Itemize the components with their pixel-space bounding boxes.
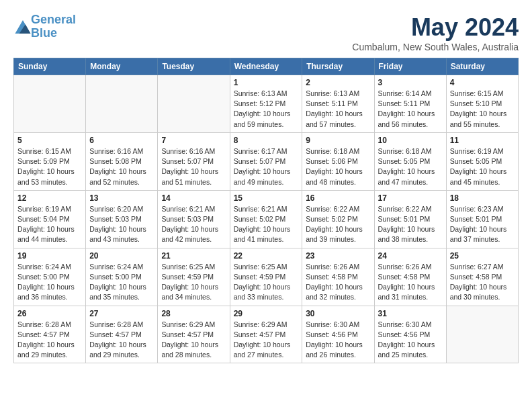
day-info: Sunrise: 6:27 AM Sunset: 4:58 PM Dayligh… [450,262,515,303]
day-number: 16 [306,193,370,203]
calendar-cell: 7Sunrise: 6:16 AM Sunset: 5:07 PM Daylig… [158,132,230,190]
calendar-table: Sunday Monday Tuesday Wednesday Thursday… [13,58,519,363]
logo-text: General Blue [31,13,76,40]
week-row-1: 1Sunrise: 6:13 AM Sunset: 5:12 PM Daylig… [14,75,519,133]
logo: General Blue [13,13,76,40]
header-sunday: Sunday [14,58,86,75]
day-number: 23 [306,251,370,261]
day-info: Sunrise: 6:17 AM Sunset: 5:07 PM Dayligh… [234,146,299,187]
header-saturday: Saturday [446,58,518,75]
day-info: Sunrise: 6:22 AM Sunset: 5:02 PM Dayligh… [306,204,370,245]
header-monday: Monday [86,58,158,75]
calendar-cell: 29Sunrise: 6:29 AM Sunset: 4:57 PM Dayli… [230,306,302,363]
day-info: Sunrise: 6:19 AM Sunset: 5:05 PM Dayligh… [450,146,515,187]
day-number: 11 [450,136,515,145]
day-info: Sunrise: 6:15 AM Sunset: 5:10 PM Dayligh… [450,89,515,130]
day-number: 25 [450,251,515,261]
day-number: 20 [89,251,154,261]
calendar-cell: 15Sunrise: 6:21 AM Sunset: 5:02 PM Dayli… [230,190,302,248]
day-number: 17 [378,193,443,203]
calendar-cell: 16Sunrise: 6:22 AM Sunset: 5:02 PM Dayli… [302,190,374,248]
calendar-cell: 26Sunrise: 6:28 AM Sunset: 4:57 PM Dayli… [14,306,86,363]
calendar-cell: 5Sunrise: 6:15 AM Sunset: 5:09 PM Daylig… [14,132,86,190]
calendar-cell: 13Sunrise: 6:20 AM Sunset: 5:03 PM Dayli… [86,190,158,248]
week-row-3: 12Sunrise: 6:19 AM Sunset: 5:04 PM Dayli… [14,190,519,248]
calendar-cell [446,306,518,363]
day-info: Sunrise: 6:13 AM Sunset: 5:12 PM Dayligh… [234,89,299,130]
day-info: Sunrise: 6:13 AM Sunset: 5:11 PM Dayligh… [306,89,370,130]
day-number: 13 [89,193,154,203]
calendar-cell: 10Sunrise: 6:18 AM Sunset: 5:05 PM Dayli… [374,132,446,190]
calendar-cell: 2Sunrise: 6:13 AM Sunset: 5:11 PM Daylig… [302,75,374,133]
day-number: 18 [450,193,515,203]
day-number: 8 [234,136,299,145]
day-number: 6 [89,136,154,145]
day-number: 12 [17,193,82,203]
title-block: May 2024 Cumbalum, New South Wales, Aust… [352,13,519,52]
calendar-cell: 21Sunrise: 6:25 AM Sunset: 4:59 PM Dayli… [158,248,230,306]
day-info: Sunrise: 6:29 AM Sunset: 4:57 PM Dayligh… [234,320,299,361]
calendar-cell: 14Sunrise: 6:21 AM Sunset: 5:03 PM Dayli… [158,190,230,248]
day-info: Sunrise: 6:19 AM Sunset: 5:04 PM Dayligh… [17,204,82,245]
day-info: Sunrise: 6:25 AM Sunset: 4:59 PM Dayligh… [161,262,226,303]
calendar-cell: 24Sunrise: 6:26 AM Sunset: 4:58 PM Dayli… [374,248,446,306]
day-number: 30 [306,309,370,318]
location-subtitle: Cumbalum, New South Wales, Australia [352,42,519,52]
calendar-cell: 28Sunrise: 6:29 AM Sunset: 4:57 PM Dayli… [158,306,230,363]
day-number: 15 [234,193,299,203]
calendar-cell: 6Sunrise: 6:16 AM Sunset: 5:08 PM Daylig… [86,132,158,190]
day-info: Sunrise: 6:20 AM Sunset: 5:03 PM Dayligh… [89,204,154,245]
day-number: 5 [17,136,82,145]
calendar-cell: 25Sunrise: 6:27 AM Sunset: 4:58 PM Dayli… [446,248,518,306]
logo-icon [15,20,31,34]
calendar-cell: 19Sunrise: 6:24 AM Sunset: 5:00 PM Dayli… [14,248,86,306]
day-number: 7 [161,136,226,145]
day-info: Sunrise: 6:23 AM Sunset: 5:01 PM Dayligh… [450,204,515,245]
day-info: Sunrise: 6:24 AM Sunset: 5:00 PM Dayligh… [89,262,154,303]
calendar-cell: 20Sunrise: 6:24 AM Sunset: 5:00 PM Dayli… [86,248,158,306]
day-number: 14 [161,193,226,203]
header-wednesday: Wednesday [230,58,302,75]
day-info: Sunrise: 6:14 AM Sunset: 5:11 PM Dayligh… [378,89,443,130]
day-info: Sunrise: 6:16 AM Sunset: 5:08 PM Dayligh… [89,146,154,187]
calendar-cell: 8Sunrise: 6:17 AM Sunset: 5:07 PM Daylig… [230,132,302,190]
day-info: Sunrise: 6:30 AM Sunset: 4:56 PM Dayligh… [378,320,443,361]
day-number: 31 [378,309,443,318]
header-tuesday: Tuesday [158,58,230,75]
week-row-5: 26Sunrise: 6:28 AM Sunset: 4:57 PM Dayli… [14,306,519,363]
day-number: 21 [161,251,226,261]
calendar-cell [158,75,230,133]
calendar-cell [14,75,86,133]
calendar-cell: 22Sunrise: 6:25 AM Sunset: 4:59 PM Dayli… [230,248,302,306]
day-info: Sunrise: 6:26 AM Sunset: 4:58 PM Dayligh… [378,262,443,303]
day-number: 24 [378,251,443,261]
calendar-cell: 31Sunrise: 6:30 AM Sunset: 4:56 PM Dayli… [374,306,446,363]
day-number: 19 [17,251,82,261]
day-number: 3 [378,78,443,87]
header-thursday: Thursday [302,58,374,75]
day-info: Sunrise: 6:24 AM Sunset: 5:00 PM Dayligh… [17,262,82,303]
page-header: General Blue May 2024 Cumbalum, New Sout… [13,13,519,52]
day-number: 10 [378,136,443,145]
day-number: 28 [161,309,226,318]
day-info: Sunrise: 6:18 AM Sunset: 5:06 PM Dayligh… [306,146,370,187]
day-info: Sunrise: 6:26 AM Sunset: 4:58 PM Dayligh… [306,262,370,303]
day-number: 9 [306,136,370,145]
calendar-cell: 1Sunrise: 6:13 AM Sunset: 5:12 PM Daylig… [230,75,302,133]
calendar-cell: 18Sunrise: 6:23 AM Sunset: 5:01 PM Dayli… [446,190,518,248]
day-info: Sunrise: 6:15 AM Sunset: 5:09 PM Dayligh… [17,146,82,187]
day-number: 2 [306,78,370,87]
calendar-cell: 9Sunrise: 6:18 AM Sunset: 5:06 PM Daylig… [302,132,374,190]
calendar-cell: 30Sunrise: 6:30 AM Sunset: 4:56 PM Dayli… [302,306,374,363]
day-number: 1 [234,78,299,87]
day-info: Sunrise: 6:28 AM Sunset: 4:57 PM Dayligh… [17,320,82,361]
header-friday: Friday [374,58,446,75]
month-title: May 2024 [352,13,519,42]
calendar-cell: 11Sunrise: 6:19 AM Sunset: 5:05 PM Dayli… [446,132,518,190]
day-info: Sunrise: 6:21 AM Sunset: 5:03 PM Dayligh… [161,204,226,245]
day-info: Sunrise: 6:29 AM Sunset: 4:57 PM Dayligh… [161,320,226,361]
week-row-2: 5Sunrise: 6:15 AM Sunset: 5:09 PM Daylig… [14,132,519,190]
calendar-cell: 27Sunrise: 6:28 AM Sunset: 4:57 PM Dayli… [86,306,158,363]
calendar-cell: 4Sunrise: 6:15 AM Sunset: 5:10 PM Daylig… [446,75,518,133]
day-number: 27 [89,309,154,318]
